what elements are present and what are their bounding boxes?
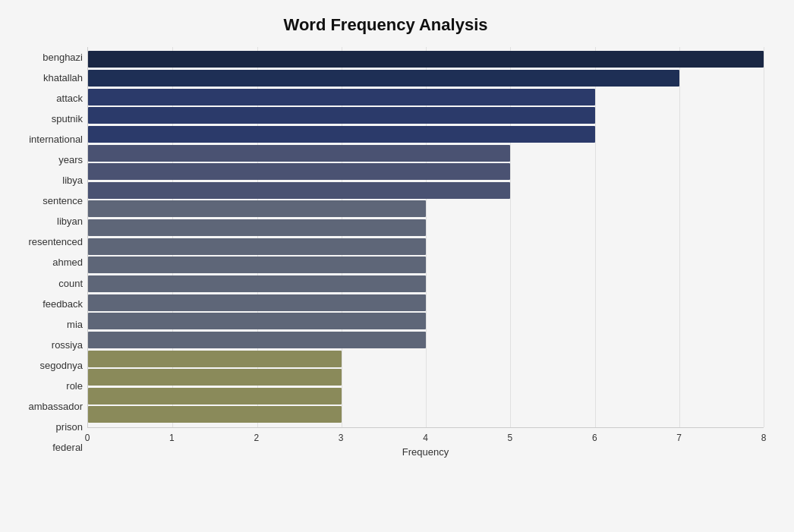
bar-row: [88, 88, 764, 106]
bar-row: [88, 69, 764, 87]
bar: [88, 145, 510, 162]
bar: [88, 238, 426, 255]
y-label: years: [58, 150, 83, 170]
bar: [88, 388, 342, 405]
bar-row: [88, 125, 764, 143]
bar-row: [88, 312, 764, 330]
bar-row: [88, 50, 764, 68]
y-label: resentenced: [28, 231, 83, 252]
y-label: sputnik: [52, 109, 83, 129]
bar-row: [88, 106, 764, 124]
bars-column: [88, 47, 764, 427]
bar: [88, 163, 510, 180]
x-tick: 5: [508, 433, 513, 443]
bar-row: [88, 181, 764, 200]
bar: [88, 294, 426, 311]
bar-row: [88, 144, 764, 162]
bar: [88, 351, 342, 367]
bar: [88, 406, 342, 423]
y-label: ambassador: [28, 396, 83, 417]
bar: [88, 275, 426, 292]
bar: [88, 89, 595, 105]
bar-row: [88, 405, 764, 423]
bars-panel: [87, 47, 764, 428]
bar-row: [88, 219, 764, 237]
x-axis-label: Frequency: [87, 446, 764, 458]
y-label: count: [58, 273, 83, 294]
y-label: ahmed: [52, 252, 83, 272]
bar-row: [88, 256, 764, 274]
y-label: libyan: [57, 211, 83, 231]
x-tick: 4: [423, 433, 428, 443]
bar-row: [88, 387, 764, 405]
bar: [88, 313, 426, 329]
chart-area: benghazikhatallahattacksputnikinternatio…: [8, 47, 764, 458]
x-tick: 6: [592, 433, 597, 443]
bar-row: [88, 200, 764, 218]
y-label: segodnya: [40, 355, 83, 376]
y-label: prison: [56, 417, 83, 437]
x-tick: 3: [339, 433, 344, 443]
y-label: role: [66, 376, 83, 396]
bars-and-xaxis: 012345678 Frequency: [87, 47, 764, 458]
bar: [88, 126, 595, 143]
bar-row: [88, 238, 764, 256]
y-label: feedback: [43, 294, 83, 314]
x-tick: 1: [169, 433, 175, 443]
bar: [88, 369, 342, 386]
y-label: benghazi: [43, 47, 83, 68]
bar: [88, 107, 595, 124]
bar: [88, 51, 764, 68]
y-label: khatallah: [43, 68, 83, 88]
x-tick: 8: [761, 433, 767, 443]
bar: [88, 70, 679, 87]
grid-line: [764, 47, 764, 427]
y-label: sentence: [43, 190, 83, 211]
bar: [88, 257, 426, 273]
x-tick: 2: [254, 433, 259, 443]
chart-container: Word Frequency Analysis benghazikhatalla…: [0, 0, 794, 532]
bar: [88, 200, 426, 217]
y-label: attack: [56, 88, 83, 109]
bar-row: [88, 368, 764, 386]
y-label: international: [29, 129, 83, 150]
bar-row: [88, 350, 764, 368]
bar-row: [88, 275, 764, 293]
bar: [88, 332, 426, 348]
bar-row: [88, 331, 764, 349]
y-label: mia: [67, 314, 83, 335]
y-label: libya: [62, 170, 83, 190]
bar: [88, 219, 426, 236]
y-label: rossiya: [52, 335, 83, 355]
bar-row: [88, 294, 764, 312]
x-tick: 0: [85, 433, 90, 443]
bar-row: [88, 162, 764, 181]
bar: [88, 182, 510, 199]
y-label: federal: [52, 437, 83, 458]
y-labels: benghazikhatallahattacksputnikinternatio…: [8, 47, 87, 458]
x-tick: 7: [676, 433, 682, 443]
chart-title: Word Frequency Analysis: [8, 15, 764, 35]
x-axis: 012345678: [87, 428, 764, 443]
